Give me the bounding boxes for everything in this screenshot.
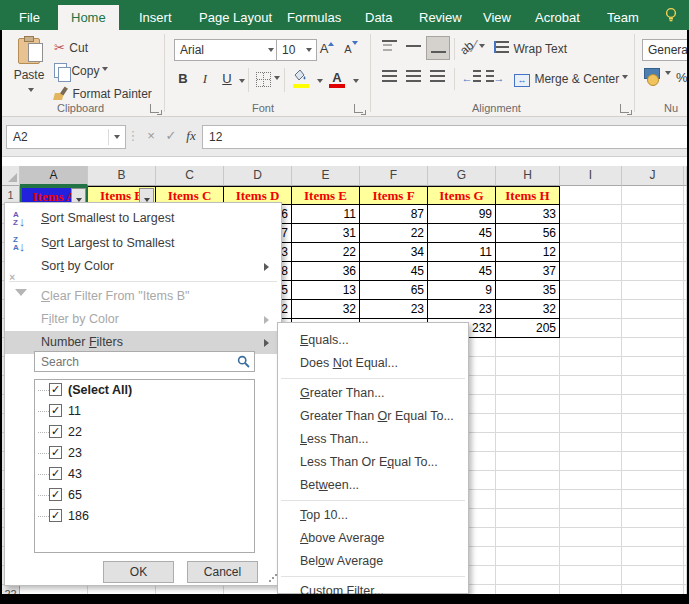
submenu-item-equals[interactable]: Equals... bbox=[278, 329, 468, 352]
name-box-splitter[interactable]: ⋮ bbox=[124, 125, 142, 147]
cell[interactable] bbox=[560, 471, 622, 490]
header-cell[interactable]: Items E bbox=[292, 186, 360, 205]
cell[interactable] bbox=[622, 414, 684, 433]
filter-search-input[interactable] bbox=[39, 354, 233, 370]
font-color-dropdown-arrow[interactable] bbox=[353, 79, 359, 86]
cell[interactable] bbox=[560, 224, 622, 243]
cell[interactable] bbox=[622, 433, 684, 452]
search-magnifier-icon[interactable] bbox=[237, 355, 250, 368]
font-size-combo[interactable]: 10 bbox=[276, 39, 317, 61]
tab-home[interactable]: Home bbox=[58, 5, 119, 30]
select-all-corner[interactable] bbox=[2, 166, 20, 186]
cell[interactable] bbox=[622, 205, 684, 224]
column-header-d[interactable]: D bbox=[224, 166, 292, 186]
data-cell[interactable]: 31 bbox=[292, 224, 360, 243]
tab-acrobat[interactable]: Acrobat bbox=[522, 5, 593, 30]
data-cell[interactable]: 45 bbox=[428, 224, 496, 243]
bold-button[interactable]: B bbox=[172, 68, 194, 90]
underline-button[interactable]: U bbox=[216, 68, 238, 90]
cell[interactable] bbox=[496, 414, 560, 433]
tab-page-layout[interactable]: Page Layout bbox=[186, 5, 285, 30]
decrease-indent-button[interactable]: ← bbox=[460, 66, 482, 88]
checkbox-checked-icon[interactable]: ✓ bbox=[49, 488, 62, 501]
cell[interactable] bbox=[622, 509, 684, 528]
align-right-button[interactable] bbox=[426, 66, 448, 88]
cell[interactable] bbox=[622, 224, 684, 243]
data-cell[interactable]: 45 bbox=[360, 262, 428, 281]
name-box-dropdown-arrow[interactable] bbox=[114, 135, 120, 142]
borders-button[interactable] bbox=[256, 72, 280, 91]
data-cell[interactable]: 37 bbox=[496, 262, 560, 281]
underline-dropdown-arrow[interactable] bbox=[239, 79, 245, 86]
data-cell[interactable]: 65 bbox=[360, 281, 428, 300]
cell[interactable] bbox=[560, 547, 622, 566]
font-color-button[interactable]: A bbox=[328, 68, 346, 90]
merge-center-button[interactable]: ↔ Merge & Center bbox=[514, 69, 628, 87]
cell[interactable] bbox=[622, 490, 684, 509]
alignment-dialog-launcher-icon[interactable] bbox=[620, 104, 629, 113]
cell[interactable] bbox=[560, 300, 622, 319]
column-header-c[interactable]: C bbox=[156, 166, 224, 186]
filter-value-item[interactable]: ✓23 bbox=[35, 443, 254, 464]
column-header-h[interactable]: H bbox=[496, 166, 560, 186]
data-cell[interactable]: 34 bbox=[360, 243, 428, 262]
menu-item-sort-largest-to-smallest[interactable]: ZA↓ Sort Largest to Smallest bbox=[5, 232, 281, 255]
cell[interactable] bbox=[622, 262, 684, 281]
cut-button[interactable]: ✂ Cut bbox=[54, 38, 88, 56]
menu-resize-grip[interactable] bbox=[269, 574, 277, 582]
tab-data[interactable]: Data bbox=[352, 5, 405, 30]
submenu-item-does-not-equal[interactable]: Does Not Equal... bbox=[278, 352, 468, 375]
data-cell[interactable]: 33 bbox=[496, 205, 560, 224]
clipboard-dialog-launcher-icon[interactable] bbox=[150, 104, 159, 113]
checkbox-checked-icon[interactable]: ✓ bbox=[49, 383, 62, 396]
ok-button[interactable]: OK bbox=[103, 561, 174, 583]
cell[interactable] bbox=[496, 357, 560, 376]
wrap-text-button[interactable]: Wrap Text bbox=[494, 39, 567, 57]
data-cell[interactable]: 99 bbox=[428, 205, 496, 224]
cell[interactable] bbox=[560, 528, 622, 547]
percent-style-button[interactable]: % bbox=[676, 70, 688, 85]
cell[interactable] bbox=[496, 509, 560, 528]
cell[interactable] bbox=[622, 376, 684, 395]
format-painter-button[interactable]: Format Painter bbox=[54, 84, 152, 102]
formula-input[interactable]: 12 bbox=[202, 125, 689, 149]
data-cell[interactable]: 22 bbox=[360, 224, 428, 243]
fill-color-button[interactable] bbox=[292, 68, 312, 90]
tab-insert[interactable]: Insert bbox=[126, 5, 185, 30]
cell[interactable] bbox=[622, 452, 684, 471]
column-header-j[interactable]: J bbox=[622, 166, 684, 186]
menu-item-sort-smallest-to-largest[interactable]: AZ↓ Sort Smallest to Largest bbox=[5, 207, 281, 230]
header-cell[interactable]: Items G bbox=[428, 186, 496, 205]
submenu-item-below-average[interactable]: Below Average bbox=[278, 550, 468, 573]
name-box[interactable]: A2 bbox=[6, 125, 126, 149]
filter-value-item[interactable]: ✓43 bbox=[35, 464, 254, 485]
data-cell[interactable]: 35 bbox=[496, 281, 560, 300]
copy-button[interactable]: Copy bbox=[54, 61, 108, 79]
cell[interactable] bbox=[560, 414, 622, 433]
cell[interactable] bbox=[560, 186, 622, 205]
enter-formula-icon[interactable]: ✓ bbox=[162, 125, 180, 147]
cell[interactable] bbox=[560, 376, 622, 395]
submenu-item-greater-than-or-equal[interactable]: Greater Than Or Equal To... bbox=[278, 405, 468, 428]
data-cell[interactable]: 32 bbox=[496, 300, 560, 319]
top-align-button[interactable] bbox=[378, 36, 400, 58]
menu-item-sort-by-color[interactable]: Sort by Color bbox=[5, 255, 281, 278]
column-header-b[interactable]: B bbox=[88, 166, 156, 186]
data-cell[interactable]: 23 bbox=[428, 300, 496, 319]
tab-formulas[interactable]: Formulas bbox=[274, 5, 354, 30]
italic-button[interactable]: I bbox=[194, 68, 216, 90]
submenu-item-between[interactable]: Between... bbox=[278, 474, 468, 497]
cell[interactable] bbox=[560, 452, 622, 471]
submenu-item-less-than[interactable]: Less Than... bbox=[278, 428, 468, 451]
cell[interactable] bbox=[496, 452, 560, 471]
header-cell[interactable]: Items H bbox=[496, 186, 560, 205]
submenu-item-less-than-or-equal[interactable]: Less Than Or Equal To... bbox=[278, 451, 468, 474]
filter-value-item[interactable]: ✓186 bbox=[35, 506, 254, 527]
paste-button[interactable]: Paste bbox=[10, 36, 48, 102]
insert-function-icon[interactable]: fx bbox=[182, 125, 200, 147]
cell[interactable] bbox=[622, 566, 684, 585]
cell[interactable] bbox=[496, 433, 560, 452]
cell[interactable] bbox=[496, 471, 560, 490]
header-cell[interactable]: Items F bbox=[360, 186, 428, 205]
cell[interactable] bbox=[622, 338, 684, 357]
